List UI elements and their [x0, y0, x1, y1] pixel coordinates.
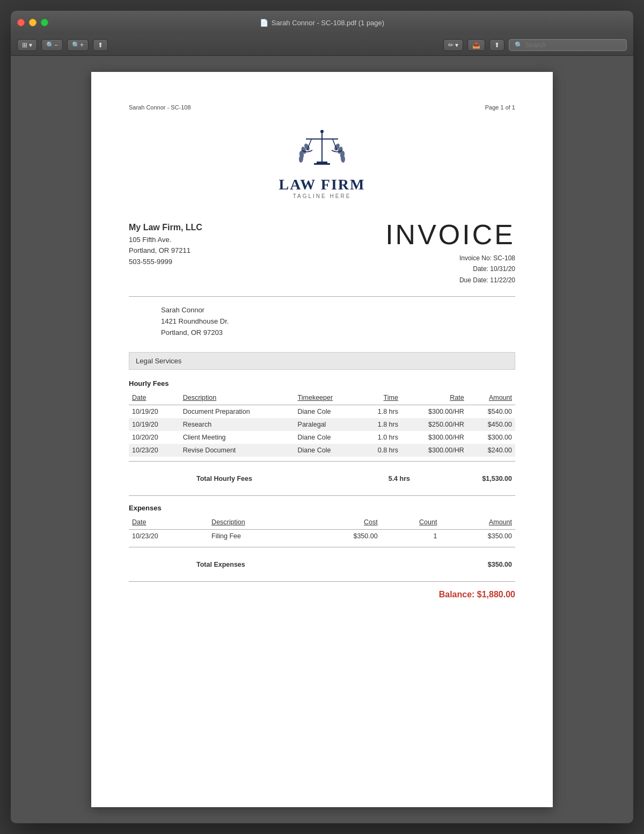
- firm-logo-tagline: TAGLINE HERE: [129, 193, 515, 199]
- hourly-total-amount: $1,530.00: [467, 470, 515, 485]
- cell-amount: $450.00: [467, 418, 515, 431]
- share-icon: ⬆: [98, 41, 103, 49]
- cell-keeper: Diane Cole: [295, 405, 360, 418]
- table-row: 10/20/20 Client Meeting Diane Cole 1.0 h…: [129, 431, 515, 444]
- invoice-date: Date: 10/31/20: [385, 264, 515, 274]
- services-header-box: Legal Services: [129, 352, 515, 370]
- expenses-total-amount: $350.00: [467, 555, 515, 570]
- col-description: Description: [180, 392, 295, 405]
- col-timekeeper: Timekeeper: [295, 392, 360, 405]
- chevron-down-icon: ▾: [29, 41, 32, 49]
- expenses-table: Date Description Cost Count Amount 10/23…: [129, 516, 515, 543]
- zoom-in-icon: 🔍+: [72, 41, 84, 49]
- cell-time: 1.0 hrs: [360, 431, 401, 444]
- col-time: Time: [360, 392, 401, 405]
- cell-amount: $300.00: [467, 431, 515, 444]
- table-header-row: Date Description Timekeeper Time Rate Am…: [129, 392, 515, 405]
- zoom-in-button[interactable]: 🔍+: [67, 39, 89, 51]
- pdf-meta-right: Page 1 of 1: [485, 104, 515, 111]
- client-address1: 1421 Roundhouse Dr.: [161, 316, 515, 327]
- exp-col-amount: Amount: [440, 516, 515, 530]
- mac-window: 📄 Sarah Connor - SC-108.pdf (1 page) ⊞ ▾…: [11, 11, 633, 823]
- hourly-total-time: 5.4 hrs: [370, 470, 413, 485]
- cell-rate: $300.00/HR: [401, 444, 467, 457]
- exp-cell-desc: Filing Fee: [208, 529, 306, 543]
- traffic-lights: [17, 19, 48, 26]
- sidebar-icon: ⊞: [22, 41, 27, 49]
- hourly-total-label: Total Hourly Fees: [193, 470, 306, 485]
- close-button[interactable]: [17, 19, 25, 26]
- firm-phone: 503-555-9999: [129, 257, 202, 268]
- pdf-meta-header: Sarah Connor - SC-108 Page 1 of 1: [129, 104, 515, 111]
- cell-amount: $240.00: [467, 444, 515, 457]
- col-date: Date: [129, 392, 180, 405]
- svg-rect-13: [317, 162, 327, 163]
- sidebar-toggle-button[interactable]: ⊞ ▾: [17, 39, 37, 51]
- annotate-button[interactable]: ✏ ▾: [443, 39, 463, 51]
- table-row: 10/19/20 Document Preparation Diane Cole…: [129, 405, 515, 418]
- search-box[interactable]: 🔍: [509, 39, 627, 51]
- expenses-total-label: Total Expenses: [193, 555, 386, 570]
- invoice-due-date: Due Date: 11/22/20: [385, 275, 515, 286]
- svg-rect-14: [314, 163, 330, 165]
- cell-time: 0.8 hrs: [360, 444, 401, 457]
- expenses-header-row: Date Description Cost Count Amount: [129, 516, 515, 530]
- cell-date: 10/20/20: [129, 431, 180, 444]
- table-row: 10/23/20 Filing Fee $350.00 1 $350.00: [129, 529, 515, 543]
- pdf-meta-left: Sarah Connor - SC-108: [129, 104, 191, 111]
- maximize-button[interactable]: [41, 19, 48, 26]
- balance-line: Balance: $1,880.00: [129, 590, 515, 599]
- table-row: 10/23/20 Revise Document Diane Cole 0.8 …: [129, 444, 515, 457]
- cell-time: 1.8 hrs: [360, 418, 401, 431]
- header-divider: [129, 296, 515, 297]
- pdf-area: Sarah Connor - SC-108 Page 1 of 1: [11, 56, 633, 823]
- svg-rect-8: [321, 132, 323, 162]
- client-name: Sarah Connor: [161, 305, 515, 316]
- invoice-meta: Invoice No: SC-108 Date: 10/31/20 Due Da…: [385, 253, 515, 286]
- invoice-number: Invoice No: SC-108: [385, 253, 515, 264]
- cell-rate: $250.00/HR: [401, 418, 467, 431]
- expenses-total-row: Total Expenses $350.00: [129, 555, 515, 570]
- hourly-total-row: Total Hourly Fees 5.4 hrs $1,530.00: [129, 470, 515, 485]
- table-row: 10/19/20 Research Paralegal 1.8 hrs $250…: [129, 418, 515, 431]
- client-address: Sarah Connor 1421 Roundhouse Dr. Portlan…: [161, 305, 515, 338]
- cell-time: 1.8 hrs: [360, 405, 401, 418]
- exp-cell-date: 10/23/20: [129, 529, 208, 543]
- invoice-header: My Law Firm, LLC 105 Fifth Ave. Portland…: [129, 221, 515, 286]
- hourly-fees-table: Date Description Timekeeper Time Rate Am…: [129, 392, 515, 457]
- pdf-page: Sarah Connor - SC-108 Page 1 of 1: [91, 72, 553, 807]
- exp-cell-amount: $350.00: [440, 529, 515, 543]
- minimize-button[interactable]: [29, 19, 36, 26]
- expenses-title: Expenses: [129, 504, 515, 512]
- cell-desc: Client Meeting: [180, 431, 295, 444]
- cell-rate: $300.00/HR: [401, 405, 467, 418]
- scales-logo-icon: [295, 127, 349, 170]
- balance-amount: Balance: $1,880.00: [439, 590, 515, 599]
- chevron-down-icon: ▾: [455, 41, 458, 49]
- section-divider: [129, 495, 515, 496]
- invoice-title-block: INVOICE Invoice No: SC-108 Date: 10/31/2…: [385, 221, 515, 286]
- exp-cell-cost: $350.00: [306, 529, 381, 543]
- cell-date: 10/19/20: [129, 418, 180, 431]
- firm-address2: Portland, OR 97211: [129, 245, 202, 257]
- expenses-total-divider: [129, 547, 515, 547]
- cell-keeper: Diane Cole: [295, 444, 360, 457]
- hourly-fees-section: Hourly Fees Date Description Timekeeper …: [129, 379, 515, 485]
- hourly-total-table: Total Hourly Fees 5.4 hrs $1,530.00: [129, 470, 515, 485]
- markup-button[interactable]: ⬆: [489, 39, 504, 51]
- hourly-fees-title: Hourly Fees: [129, 379, 515, 387]
- share-button[interactable]: ⬆: [93, 39, 108, 51]
- search-input[interactable]: [525, 41, 621, 49]
- svg-point-9: [320, 130, 324, 133]
- share-pdf-button[interactable]: 📤: [467, 39, 485, 51]
- window-title: 📄 Sarah Connor - SC-108.pdf (1 page): [260, 19, 384, 27]
- client-address2: Portland, OR 97203: [161, 327, 515, 339]
- exp-col-cost: Cost: [306, 516, 381, 530]
- search-icon: 🔍: [515, 41, 523, 49]
- zoom-out-button[interactable]: 🔍−: [41, 39, 63, 51]
- firm-logo-name: LAW FIRM: [129, 176, 515, 193]
- exp-col-count: Count: [381, 516, 441, 530]
- cell-desc: Revise Document: [180, 444, 295, 457]
- send-icon: 📤: [472, 41, 480, 49]
- exp-col-description: Description: [208, 516, 306, 530]
